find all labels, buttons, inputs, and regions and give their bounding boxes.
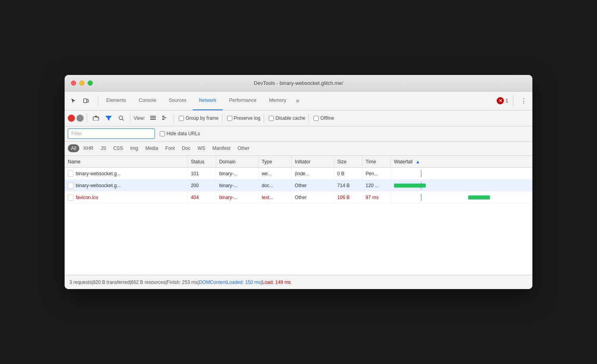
requests-count: 3 requests (69, 280, 92, 285)
col-type[interactable]: Type (258, 156, 291, 168)
transferred-size: 820 B transferred (93, 280, 130, 285)
cell-initiator: Other (291, 192, 334, 203)
hide-data-urls-checkbox[interactable] (160, 131, 165, 136)
toolbar-div-3 (174, 113, 174, 123)
svg-rect-10 (150, 117, 156, 118)
devtools-menu-button[interactable]: ⋮ (518, 95, 529, 106)
camera-icon[interactable] (90, 113, 101, 124)
record-button[interactable] (68, 115, 75, 122)
group-by-frame-checkbox[interactable] (179, 116, 184, 121)
cell-domain: binary-... (216, 180, 258, 192)
cell-name: binary-websocket.g... (65, 168, 188, 180)
type-filter-js[interactable]: JS (98, 144, 109, 152)
type-filter-doc[interactable]: Doc (179, 144, 193, 152)
list-view-icon[interactable] (147, 113, 159, 124)
filter-input[interactable] (68, 128, 155, 139)
type-filter-media[interactable]: Media (142, 144, 161, 152)
tab-console[interactable]: Console (132, 91, 163, 110)
type-filter-other[interactable]: Other (234, 144, 253, 152)
svg-rect-0 (84, 99, 87, 103)
type-filter-all[interactable]: All (68, 144, 79, 152)
tab-performance[interactable]: Performance (223, 91, 263, 110)
tab-elements[interactable]: Elements (100, 91, 132, 110)
svg-rect-9 (150, 116, 156, 117)
hide-data-urls-label[interactable]: Hide data URLs (166, 131, 200, 136)
svg-line-8 (122, 119, 124, 121)
tab-memory[interactable]: Memory (263, 91, 293, 110)
maximize-button[interactable] (88, 80, 93, 86)
title-bar: DevTools - binary-websocket.glitch.me/ (65, 75, 532, 92)
hide-data-urls-group: Hide data URLs (160, 131, 200, 136)
col-waterfall[interactable]: Waterfall ▲ (390, 156, 532, 168)
svg-point-7 (119, 116, 123, 120)
col-status[interactable]: Status (188, 156, 216, 168)
tab-divider-1 (98, 95, 98, 106)
stop-button[interactable] (77, 115, 84, 122)
sort-arrow-icon: ▲ (415, 159, 420, 165)
devtools-window: DevTools - binary-websocket.glitch.me/ (65, 75, 532, 289)
svg-rect-6 (97, 117, 98, 118)
filter-bar: Hide data URLs (65, 126, 532, 142)
offline-checkbox[interactable] (314, 116, 319, 121)
tab-network[interactable]: Network (193, 91, 223, 110)
group-by-frame-label[interactable]: Group by frame (186, 115, 218, 121)
minimize-button[interactable] (79, 80, 84, 86)
type-filter-img[interactable]: Img (127, 144, 141, 152)
table-body: binary-websocket.g... 101 binary-... we.… (65, 168, 532, 203)
cell-status: 101 (188, 168, 216, 180)
load-time: Load: 149 ms (262, 280, 291, 285)
col-time[interactable]: Time (362, 156, 391, 168)
cell-time: 97 ms (362, 192, 391, 203)
cell-status: 200 (188, 180, 216, 192)
tree-view-icon[interactable] (159, 113, 170, 124)
traffic-lights (71, 80, 93, 86)
offline-label[interactable]: Offline (320, 115, 334, 121)
svg-rect-14 (162, 119, 165, 120)
svg-rect-12 (162, 116, 165, 117)
close-button[interactable] (71, 80, 76, 86)
toolbar-div-1 (87, 113, 87, 123)
cell-waterfall (390, 180, 532, 192)
filter-icon[interactable] (103, 113, 114, 124)
tab-more-button[interactable]: » (293, 91, 302, 110)
toolbar-div-4 (222, 113, 222, 123)
table-row[interactable]: binary-websocket.g... 101 binary-... we.… (65, 168, 532, 180)
type-filter-font[interactable]: Font (162, 144, 178, 152)
col-name[interactable]: Name (65, 156, 188, 168)
svg-rect-13 (164, 117, 166, 118)
tab-bar: Elements Console Sources Network Perform… (65, 92, 532, 111)
col-domain[interactable]: Domain (216, 156, 258, 168)
tab-sources[interactable]: Sources (163, 91, 193, 110)
table-row[interactable]: binary-websocket.g... 200 binary-... doc… (65, 180, 532, 192)
svg-rect-5 (95, 116, 97, 117)
devtools-body: Elements Console Sources Network Perform… (65, 92, 532, 289)
requests-table: Name Status Domain Type Initiator Size T… (65, 156, 532, 204)
cell-type: doc... (258, 180, 291, 192)
type-filter-xhr[interactable]: XHR (80, 144, 96, 152)
file-icon (68, 182, 73, 189)
disable-cache-label[interactable]: Disable cache (276, 115, 305, 121)
search-icon[interactable] (116, 113, 127, 124)
network-table[interactable]: Name Status Domain Type Initiator Size T… (65, 156, 532, 275)
type-filter-manifest[interactable]: Manifest (209, 144, 233, 152)
cell-name: binary-websocket.g... (65, 180, 188, 192)
window-title: DevTools - binary-websocket.glitch.me/ (254, 80, 343, 86)
cell-initiator: (inde... (291, 168, 334, 180)
type-filter-ws[interactable]: WS (194, 144, 208, 152)
type-filter-css[interactable]: CSS (110, 144, 126, 152)
preserve-log-checkbox[interactable] (227, 116, 232, 121)
network-toolbar: View: (65, 111, 532, 126)
col-size[interactable]: Size (334, 156, 362, 168)
table-row[interactable]: favicon.ico 404 binary-... text... Other… (65, 192, 532, 203)
cursor-icon[interactable] (68, 95, 79, 106)
offline-group: Offline (314, 115, 334, 121)
preserve-log-label[interactable]: Preserve log (234, 115, 260, 121)
cell-size: 0 B (334, 168, 362, 180)
col-initiator[interactable]: Initiator (291, 156, 334, 168)
disable-cache-checkbox[interactable] (269, 116, 274, 121)
file-icon (68, 194, 73, 201)
cell-time: Pen... (362, 168, 391, 180)
cell-type: text... (258, 192, 291, 203)
device-toggle-icon[interactable] (80, 95, 92, 106)
cell-initiator: Other (291, 180, 334, 192)
